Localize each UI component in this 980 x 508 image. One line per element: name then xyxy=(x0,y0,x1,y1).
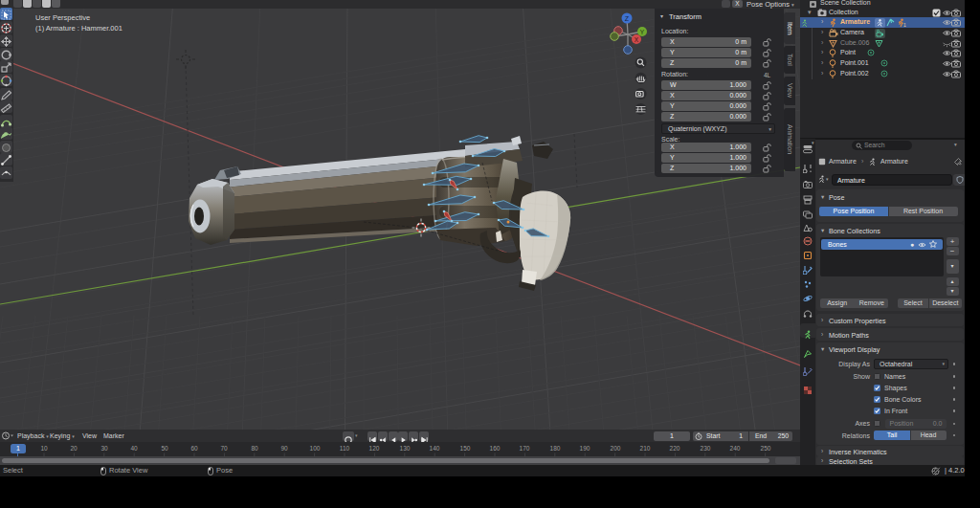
svg-text:X: X xyxy=(635,36,639,43)
svg-text:Z: Z xyxy=(625,15,630,22)
svg-text:Y: Y xyxy=(640,29,645,35)
